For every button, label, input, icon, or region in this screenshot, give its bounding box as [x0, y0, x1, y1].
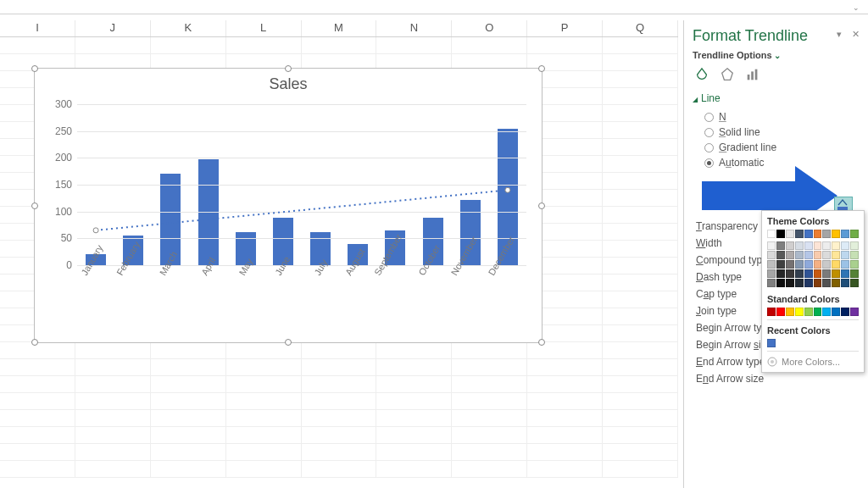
color-swatch[interactable] — [786, 241, 794, 250]
chart-object[interactable]: Sales 050100150200250300 JanuaryFebruary… — [34, 68, 542, 343]
color-swatch[interactable] — [832, 241, 840, 250]
color-swatch[interactable] — [795, 308, 804, 316]
color-swatch[interactable] — [850, 260, 859, 269]
color-swatch[interactable] — [850, 269, 859, 278]
color-swatch[interactable] — [841, 241, 849, 250]
column-header[interactable]: I — [0, 20, 75, 36]
color-swatch[interactable] — [795, 279, 804, 287]
color-swatch[interactable] — [776, 308, 785, 316]
color-swatch[interactable] — [841, 260, 849, 269]
color-swatch[interactable] — [822, 269, 831, 278]
color-swatch[interactable] — [850, 251, 859, 259]
effects-icon[interactable] — [718, 65, 737, 84]
column-header[interactable]: L — [226, 20, 302, 36]
resize-handle-e[interactable] — [538, 202, 545, 209]
color-swatch[interactable] — [832, 230, 840, 238]
color-swatch[interactable] — [804, 308, 813, 316]
color-swatch[interactable] — [767, 269, 776, 278]
color-swatch[interactable] — [776, 241, 785, 250]
pane-subtitle[interactable]: Trendline Options⌄ — [693, 50, 860, 60]
color-swatch[interactable] — [822, 230, 831, 238]
color-swatch[interactable] — [767, 308, 776, 316]
task-pane-options-icon[interactable]: ▾ — [837, 29, 842, 40]
color-swatch[interactable] — [841, 251, 849, 259]
column-header[interactable]: K — [151, 20, 226, 36]
column-header[interactable]: J — [75, 20, 151, 36]
color-swatch[interactable] — [767, 279, 776, 287]
color-swatch[interactable] — [795, 260, 804, 269]
color-swatch[interactable] — [804, 230, 813, 238]
radio-no-line[interactable]: N — [693, 109, 860, 125]
color-swatch[interactable] — [814, 230, 822, 238]
line-section-header[interactable]: Line — [693, 92, 860, 104]
color-swatch[interactable] — [822, 260, 831, 269]
color-swatch[interactable] — [804, 241, 813, 250]
more-colors-button[interactable]: More Colors... — [767, 355, 859, 367]
color-swatch[interactable] — [767, 260, 776, 269]
radio-gradient-line[interactable]: Gradient line — [693, 140, 860, 155]
color-swatch[interactable] — [814, 251, 822, 259]
column-header[interactable]: O — [452, 20, 527, 36]
color-swatch[interactable] — [767, 230, 776, 238]
color-swatch[interactable] — [776, 230, 785, 238]
resize-handle-nw[interactable] — [31, 65, 38, 72]
color-swatch[interactable] — [814, 241, 822, 250]
resize-handle-w[interactable] — [31, 202, 38, 209]
color-swatch[interactable] — [814, 308, 822, 316]
color-swatch[interactable] — [795, 251, 804, 259]
color-swatch[interactable] — [832, 269, 840, 278]
color-swatch[interactable] — [776, 260, 785, 269]
column-header[interactable]: Q — [603, 20, 678, 36]
color-swatch[interactable] — [767, 251, 776, 259]
color-swatch[interactable] — [850, 279, 859, 287]
color-swatch[interactable] — [776, 251, 785, 259]
color-swatch[interactable] — [767, 241, 776, 250]
color-swatch[interactable] — [814, 269, 822, 278]
resize-handle-s[interactable] — [285, 339, 292, 346]
color-swatch[interactable] — [786, 251, 794, 259]
color-swatch[interactable] — [822, 308, 831, 316]
color-swatch[interactable] — [841, 279, 849, 287]
color-swatch[interactable] — [786, 269, 794, 278]
color-swatch[interactable] — [804, 279, 813, 287]
color-swatch[interactable] — [832, 251, 840, 259]
resize-handle-sw[interactable] — [31, 339, 38, 346]
color-swatch[interactable] — [804, 269, 813, 278]
color-swatch[interactable] — [804, 260, 813, 269]
color-swatch[interactable] — [814, 260, 822, 269]
color-swatch[interactable] — [795, 230, 804, 238]
color-swatch[interactable] — [795, 269, 804, 278]
color-swatch[interactable] — [850, 241, 859, 250]
color-swatch[interactable] — [776, 269, 785, 278]
resize-handle-se[interactable] — [538, 339, 545, 346]
color-swatch[interactable] — [850, 230, 859, 238]
color-swatch[interactable] — [822, 279, 831, 287]
color-swatch[interactable] — [786, 308, 794, 316]
ribbon-collapse-caret[interactable]: ⌄ — [853, 3, 860, 12]
color-swatch[interactable] — [786, 260, 794, 269]
trendline-options-icon[interactable] — [743, 65, 762, 84]
color-swatch[interactable] — [776, 279, 785, 287]
color-swatch[interactable] — [841, 230, 849, 238]
color-swatch[interactable] — [850, 308, 859, 316]
color-swatch[interactable] — [795, 241, 804, 250]
column-header[interactable]: N — [376, 20, 452, 36]
color-swatch[interactable] — [822, 251, 831, 259]
color-swatch[interactable] — [832, 279, 840, 287]
resize-handle-n[interactable] — [285, 65, 292, 72]
color-swatch[interactable] — [832, 308, 840, 316]
color-swatch[interactable] — [841, 269, 849, 278]
close-icon[interactable]: ✕ — [852, 29, 860, 40]
chart-title[interactable]: Sales — [35, 69, 542, 97]
color-swatch[interactable] — [767, 339, 776, 347]
column-header[interactable]: M — [302, 20, 377, 36]
color-swatch[interactable] — [841, 308, 849, 316]
fill-line-icon[interactable] — [693, 65, 711, 84]
radio-solid-line[interactable]: Solid line — [693, 125, 860, 140]
color-swatch[interactable] — [786, 230, 794, 238]
line-property-row[interactable]: End Arrow size — [693, 370, 860, 387]
color-swatch[interactable] — [804, 251, 813, 259]
column-header[interactable]: P — [527, 20, 603, 36]
plot-area[interactable]: 050100150200250300 — [77, 104, 526, 265]
color-swatch[interactable] — [814, 279, 822, 287]
